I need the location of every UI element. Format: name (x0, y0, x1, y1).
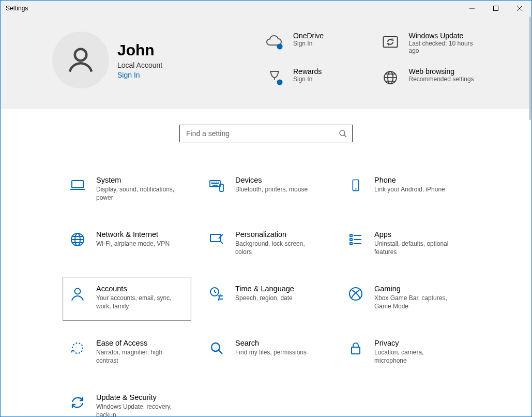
status-onedrive[interactable]: OneDrive Sign In (264, 32, 364, 55)
category-title: Update & Security (96, 393, 179, 401)
search-input[interactable] (185, 129, 339, 138)
category-personalization[interactable]: Personalization Background, lock screen,… (202, 222, 330, 266)
category-time-language[interactable]: Time & Language Speech, region, date (202, 277, 330, 321)
category-search[interactable]: Search Find my files, permissions (202, 331, 330, 375)
category-title: Search (235, 339, 307, 347)
paintbrush-icon (207, 230, 226, 249)
cloud-icon (264, 32, 285, 52)
category-privacy[interactable]: Privacy Location, camera, microphone (341, 331, 469, 375)
category-apps[interactable]: Apps Uninstall, defaults, optional featu… (341, 222, 469, 266)
status-sub: Recommended settings (409, 76, 474, 83)
svg-rect-32 (350, 239, 352, 241)
category-sub: Background, lock screen, colors (235, 240, 318, 256)
close-button[interactable] (508, 1, 531, 16)
user-block[interactable]: John Local Account Sign In (52, 32, 249, 88)
status-title: Windows Update (409, 32, 480, 40)
search-box[interactable] (179, 125, 353, 142)
time-language-icon (207, 285, 226, 303)
xbox-icon (346, 285, 365, 303)
category-title: Personalization (235, 230, 318, 239)
svg-rect-6 (383, 37, 397, 47)
svg-rect-34 (350, 243, 352, 245)
sync-icon (68, 393, 87, 412)
status-title: Web browsing (409, 67, 474, 76)
status-title: Rewards (293, 67, 322, 76)
rewards-icon (264, 67, 285, 88)
svg-rect-41 (352, 347, 360, 354)
category-title: Phone (374, 176, 445, 184)
user-info: John Local Account Sign In (117, 41, 162, 79)
user-subtitle: Local Account (117, 61, 162, 69)
titlebar: Settings (1, 1, 531, 16)
ease-of-access-icon (68, 339, 87, 358)
user-icon (65, 44, 96, 76)
category-sub: Bluetooth, printers, mouse (235, 185, 308, 193)
status-sub: Last checked: 10 hours ago (409, 40, 480, 54)
category-title: Accounts (96, 285, 179, 293)
search-icon (339, 129, 347, 138)
status-title: OneDrive (293, 32, 324, 40)
svg-line-13 (344, 135, 346, 137)
category-title: Devices (235, 176, 308, 184)
category-network[interactable]: Network & Internet Wi-Fi, airplane mode,… (63, 222, 191, 266)
category-phone[interactable]: Phone Link your Android, iPhone (341, 168, 469, 212)
svg-point-4 (75, 49, 87, 61)
category-sub: Find my files, permissions (235, 348, 307, 356)
keyboard-icon (207, 176, 226, 195)
settings-window: Settings John Local Account (0, 0, 532, 417)
category-sub: Narrator, magnifier, high contrast (96, 348, 179, 365)
status-web-browsing[interactable]: Web browsing Recommended settings (380, 67, 480, 88)
category-title: Time & Language (235, 285, 294, 293)
refresh-icon (380, 32, 401, 52)
category-title: Privacy (374, 339, 457, 347)
svg-rect-14 (72, 181, 83, 188)
globe-icon (380, 67, 401, 88)
phone-icon (346, 176, 365, 195)
status-grid: OneDrive Sign In Windows Update Last che… (264, 32, 480, 88)
status-rewards[interactable]: Rewards Sign In (264, 67, 364, 88)
category-sub: Your accounts, email, sync, work, family (96, 294, 179, 310)
svg-point-36 (75, 289, 81, 294)
category-accounts[interactable]: Accounts Your accounts, email, sync, wor… (63, 277, 191, 321)
svg-point-5 (277, 44, 283, 50)
category-title: Gaming (374, 285, 457, 293)
svg-line-40 (219, 350, 222, 354)
lock-icon (346, 339, 365, 358)
minimize-button[interactable] (460, 1, 484, 16)
header-area: John Local Account Sign In OneDrive Sign… (1, 16, 531, 109)
category-sub: Location, camera, microphone (374, 348, 457, 365)
svg-rect-30 (350, 234, 352, 236)
category-gaming[interactable]: Gaming Xbox Game Bar, captures, Game Mod… (341, 277, 469, 321)
category-title: System (96, 176, 179, 184)
svg-point-39 (211, 343, 220, 351)
user-signin-link[interactable]: Sign In (117, 71, 162, 79)
category-update-security[interactable]: Update & Security Windows Update, recove… (63, 385, 191, 416)
globe-icon (68, 230, 87, 249)
svg-point-8 (277, 80, 283, 85)
svg-point-38 (349, 288, 362, 300)
status-windows-update[interactable]: Windows Update Last checked: 10 hours ag… (380, 32, 480, 55)
svg-point-12 (340, 130, 345, 136)
category-sub: Wi-Fi, airplane mode, VPN (96, 240, 170, 248)
category-sub: Speech, region, date (235, 294, 294, 302)
scrollbar-thumb[interactable] (529, 17, 531, 120)
category-title: Ease of Access (96, 339, 179, 347)
maximize-button[interactable] (484, 1, 508, 16)
user-name: John (117, 41, 162, 59)
avatar (52, 32, 109, 88)
category-ease-of-access[interactable]: Ease of Access Narrator, magnifier, high… (63, 331, 191, 375)
categories-grid: System Display, sound, notifications, po… (1, 147, 531, 416)
category-devices[interactable]: Devices Bluetooth, printers, mouse (202, 168, 330, 212)
category-sub: Windows Update, recovery, backup (96, 403, 179, 416)
category-title: Apps (374, 230, 457, 239)
user-icon (68, 285, 87, 303)
category-sub: Display, sound, notifications, power (96, 185, 179, 202)
category-sub: Uninstall, defaults, optional features (374, 240, 457, 256)
svg-rect-1 (494, 6, 498, 11)
category-sub: Xbox Game Bar, captures, Game Mode (374, 294, 457, 310)
category-sub: Link your Android, iPhone (374, 185, 445, 193)
status-sub: Sign In (293, 76, 322, 83)
scrollbar[interactable] (529, 17, 531, 416)
category-system[interactable]: System Display, sound, notifications, po… (63, 168, 191, 212)
search-icon (207, 339, 226, 358)
